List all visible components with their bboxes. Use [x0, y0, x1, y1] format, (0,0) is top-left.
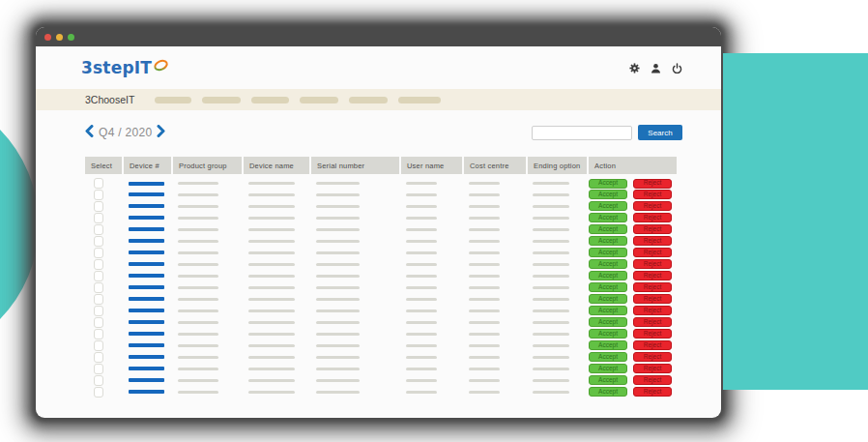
accept-button[interactable]: Accept: [589, 224, 627, 234]
accept-button[interactable]: Accept: [589, 317, 627, 327]
device-number-link-placeholder[interactable]: [129, 390, 164, 394]
row-select-checkbox[interactable]: [94, 375, 103, 386]
nav-menu-item-placeholder[interactable]: [300, 97, 338, 103]
reject-button[interactable]: Reject: [633, 224, 672, 234]
device-number-link-placeholder[interactable]: [129, 297, 164, 301]
ending-option-placeholder: [533, 275, 569, 278]
device-number-link-placeholder[interactable]: [129, 320, 164, 324]
device-number-link-placeholder[interactable]: [129, 239, 164, 243]
row-select-checkbox[interactable]: [94, 236, 103, 247]
reject-button[interactable]: Reject: [633, 282, 672, 292]
device-number-link-placeholder[interactable]: [129, 192, 164, 196]
settings-icon[interactable]: [629, 63, 640, 74]
product-group-placeholder: [178, 182, 218, 185]
device-number-link-placeholder[interactable]: [129, 216, 164, 220]
user-icon[interactable]: [651, 63, 661, 74]
device-number-link-placeholder[interactable]: [129, 262, 164, 266]
accept-button[interactable]: Accept: [589, 259, 627, 269]
accept-button[interactable]: Accept: [589, 352, 627, 362]
row-select-checkbox[interactable]: [94, 190, 103, 200]
row-select-checkbox[interactable]: [94, 213, 103, 223]
reject-button[interactable]: Reject: [633, 352, 672, 362]
accept-button[interactable]: Accept: [589, 329, 627, 339]
accept-button[interactable]: Accept: [589, 271, 627, 280]
reject-button[interactable]: Reject: [633, 387, 672, 397]
row-select-checkbox[interactable]: [94, 201, 103, 212]
row-select-checkbox[interactable]: [94, 248, 103, 258]
reject-button[interactable]: Reject: [633, 236, 672, 246]
app-header: 3stepIT: [36, 46, 721, 89]
search-button[interactable]: Search: [638, 125, 682, 140]
reject-button[interactable]: Reject: [633, 248, 672, 257]
row-select-checkbox[interactable]: [94, 178, 103, 189]
reject-button[interactable]: Reject: [633, 213, 672, 222]
device-number-link-placeholder[interactable]: [129, 332, 164, 336]
accept-button[interactable]: Accept: [589, 340, 627, 350]
accept-button[interactable]: Accept: [589, 282, 627, 292]
reject-button[interactable]: Reject: [633, 179, 672, 189]
device-number-link-placeholder[interactable]: [129, 309, 164, 312]
column-header-serial-number: Serial number: [310, 157, 400, 174]
search-input[interactable]: [532, 126, 632, 140]
accept-button[interactable]: Accept: [589, 306, 627, 315]
nav-menu-item-placeholder[interactable]: [349, 97, 388, 103]
device-number-link-placeholder[interactable]: [129, 274, 164, 278]
nav-menu-item-placeholder[interactable]: [155, 97, 191, 103]
row-select-checkbox[interactable]: [94, 387, 103, 398]
accept-button[interactable]: Accept: [589, 201, 627, 211]
row-select-checkbox[interactable]: [94, 282, 103, 293]
row-select-checkbox[interactable]: [94, 306, 103, 316]
device-number-link-placeholder[interactable]: [129, 355, 164, 359]
accept-button[interactable]: Accept: [589, 364, 627, 373]
accept-button[interactable]: Accept: [589, 236, 627, 246]
nav-menu-item-placeholder[interactable]: [398, 97, 441, 103]
reject-button[interactable]: Reject: [633, 340, 672, 350]
device-number-link-placeholder[interactable]: [129, 378, 164, 382]
next-quarter-icon[interactable]: [157, 124, 165, 141]
reject-button[interactable]: Reject: [633, 294, 672, 304]
accept-button[interactable]: Accept: [589, 179, 627, 189]
device-number-link-placeholder[interactable]: [129, 367, 164, 370]
row-select-checkbox[interactable]: [94, 271, 103, 281]
reject-button[interactable]: Reject: [633, 190, 672, 199]
user-name-placeholder: [406, 251, 437, 254]
reject-button[interactable]: Reject: [633, 329, 672, 339]
reject-button[interactable]: Reject: [633, 306, 672, 315]
reject-button[interactable]: Reject: [633, 317, 672, 327]
column-header-select: Select: [85, 157, 123, 174]
row-select-checkbox[interactable]: [94, 340, 103, 351]
close-window-icon[interactable]: [44, 34, 51, 41]
row-select-checkbox[interactable]: [94, 224, 103, 235]
row-select-checkbox[interactable]: [94, 317, 103, 328]
previous-quarter-icon[interactable]: [85, 124, 94, 141]
minimize-window-icon[interactable]: [56, 34, 63, 41]
row-select-checkbox[interactable]: [94, 259, 103, 270]
reject-button[interactable]: Reject: [633, 259, 672, 269]
reject-button[interactable]: Reject: [633, 375, 672, 385]
row-select-checkbox[interactable]: [94, 294, 103, 305]
device-number-link-placeholder[interactable]: [129, 250, 164, 254]
row-select-checkbox[interactable]: [94, 352, 103, 363]
accept-button[interactable]: Accept: [589, 190, 627, 199]
nav-menu-item-placeholder[interactable]: [251, 97, 289, 103]
accept-button[interactable]: Accept: [589, 294, 627, 304]
logo-swoosh-icon: [153, 58, 169, 76]
accept-button[interactable]: Accept: [589, 248, 627, 257]
maximize-window-icon[interactable]: [68, 34, 74, 41]
power-icon[interactable]: [672, 63, 682, 74]
device-number-link-placeholder[interactable]: [129, 227, 164, 231]
device-number-link-placeholder[interactable]: [129, 204, 164, 208]
device-number-link-placeholder[interactable]: [129, 285, 164, 289]
accept-button[interactable]: Accept: [589, 213, 627, 222]
table-row: Accept Reject: [85, 386, 677, 398]
row-select-checkbox[interactable]: [94, 329, 103, 339]
row-select-checkbox[interactable]: [94, 364, 103, 374]
reject-button[interactable]: Reject: [633, 271, 672, 280]
device-number-link-placeholder[interactable]: [129, 343, 164, 347]
reject-button[interactable]: Reject: [633, 201, 672, 211]
device-number-link-placeholder[interactable]: [129, 182, 164, 186]
accept-button[interactable]: Accept: [589, 387, 627, 397]
nav-menu-item-placeholder[interactable]: [202, 97, 241, 103]
reject-button[interactable]: Reject: [633, 364, 672, 373]
accept-button[interactable]: Accept: [589, 375, 627, 385]
